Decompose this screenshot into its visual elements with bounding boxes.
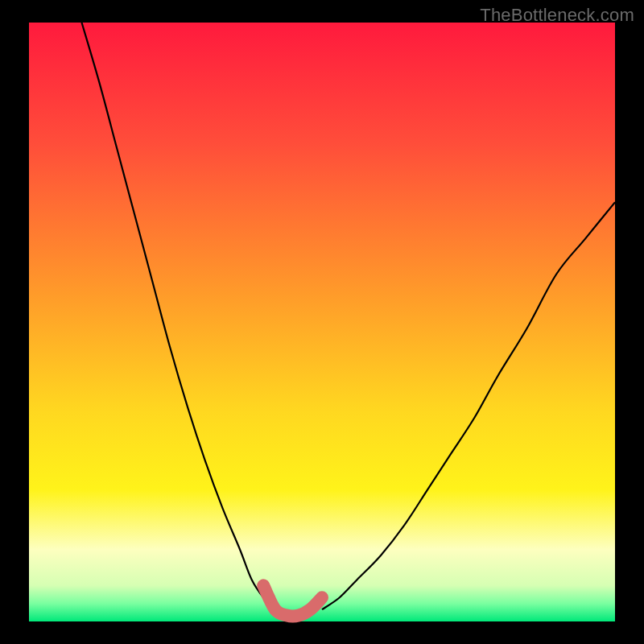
highlight-dot [258, 580, 269, 591]
watermark-text: TheBottleneck.com [480, 5, 634, 26]
highlight-dot [316, 592, 328, 603]
plot-background [29, 23, 615, 621]
chart-canvas [0, 0, 644, 644]
highlight-dot [263, 592, 275, 603]
bottleneck-chart [0, 0, 644, 644]
